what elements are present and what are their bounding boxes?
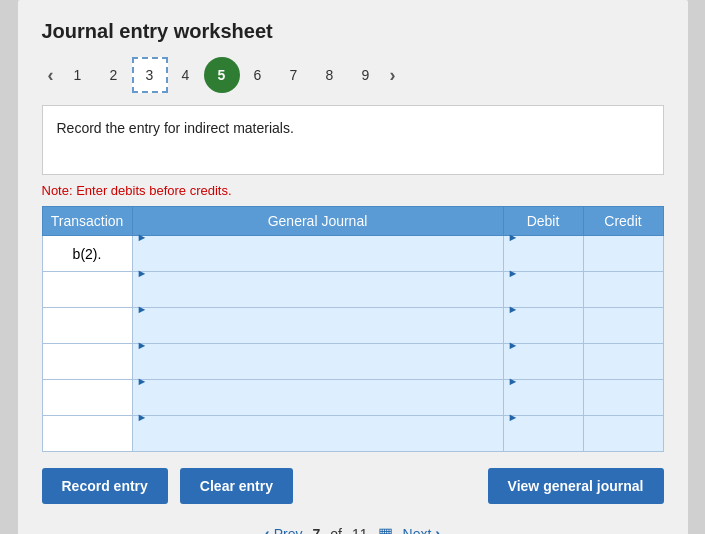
general-journal-input-4[interactable] bbox=[133, 352, 503, 387]
prev-label: Prev bbox=[274, 526, 303, 535]
transaction-cell-2 bbox=[42, 272, 132, 308]
general-journal-input-2[interactable] bbox=[133, 280, 503, 315]
clear-entry-button[interactable]: Clear entry bbox=[180, 468, 293, 504]
tabs-row: ‹ 1 2 3 4 5 6 7 8 9 › bbox=[42, 57, 664, 93]
credit-input-5[interactable] bbox=[584, 380, 663, 415]
general-journal-input-5[interactable] bbox=[133, 388, 503, 423]
tab-2[interactable]: 2 bbox=[96, 57, 132, 93]
tab-4[interactable]: 4 bbox=[168, 57, 204, 93]
debit-arrow-4: ► bbox=[504, 339, 519, 351]
next-button[interactable]: Next › bbox=[403, 525, 441, 535]
instruction-text: Record the entry for indirect materials. bbox=[57, 120, 294, 136]
row-arrow-2: ► bbox=[133, 267, 148, 279]
transaction-cell-5 bbox=[42, 380, 132, 416]
tab-5[interactable]: 5 bbox=[204, 57, 240, 93]
general-journal-input-3[interactable] bbox=[133, 316, 503, 351]
row-arrow-1: ► bbox=[133, 231, 148, 243]
general-journal-input-1[interactable] bbox=[133, 244, 503, 279]
credit-cell-2[interactable] bbox=[583, 272, 663, 308]
col-header-transaction: Transaction bbox=[42, 207, 132, 236]
row-arrow-3: ► bbox=[133, 303, 148, 315]
transaction-cell-3 bbox=[42, 308, 132, 344]
journal-table: Transaction General Journal Debit Credit… bbox=[42, 206, 664, 452]
row-arrow-6: ► bbox=[133, 411, 148, 423]
total-pages: 11 bbox=[352, 526, 368, 535]
tab-6[interactable]: 6 bbox=[240, 57, 276, 93]
tab-1[interactable]: 1 bbox=[60, 57, 96, 93]
buttons-spacer bbox=[305, 468, 476, 504]
grid-icon[interactable]: ▦ bbox=[378, 524, 393, 534]
debit-arrow-3: ► bbox=[504, 303, 519, 315]
credit-cell-5[interactable] bbox=[583, 380, 663, 416]
main-container: Journal entry worksheet ‹ 1 2 3 4 5 6 7 … bbox=[18, 0, 688, 534]
debit-arrow-1: ► bbox=[504, 231, 519, 243]
tab-9[interactable]: 9 bbox=[348, 57, 384, 93]
general-journal-input-6[interactable] bbox=[133, 424, 503, 459]
credit-cell-1[interactable] bbox=[583, 236, 663, 272]
transaction-cell-6 bbox=[42, 416, 132, 452]
transaction-cell-4 bbox=[42, 344, 132, 380]
instruction-box: Record the entry for indirect materials. bbox=[42, 105, 664, 175]
tab-3[interactable]: 3 bbox=[132, 57, 168, 93]
tab-8[interactable]: 8 bbox=[312, 57, 348, 93]
credit-cell-4[interactable] bbox=[583, 344, 663, 380]
credit-input-3[interactable] bbox=[584, 308, 663, 343]
prev-chevron-icon: ‹ bbox=[264, 525, 269, 535]
record-entry-button[interactable]: Record entry bbox=[42, 468, 168, 504]
note-text: Note: Enter debits before credits. bbox=[42, 183, 664, 198]
prev-button[interactable]: ‹ Prev bbox=[264, 525, 302, 535]
next-chevron-icon: › bbox=[435, 525, 440, 535]
debit-arrow-6: ► bbox=[504, 411, 519, 423]
page-separator: of bbox=[330, 526, 342, 535]
debit-arrow-5: ► bbox=[504, 375, 519, 387]
debit-input-6[interactable] bbox=[504, 424, 583, 459]
col-header-credit: Credit bbox=[583, 207, 663, 236]
tab-7[interactable]: 7 bbox=[276, 57, 312, 93]
general-journal-cell-1[interactable]: ► bbox=[132, 236, 503, 272]
page-title: Journal entry worksheet bbox=[42, 20, 664, 43]
credit-input-6[interactable] bbox=[584, 416, 663, 451]
credit-cell-3[interactable] bbox=[583, 308, 663, 344]
next-label: Next bbox=[403, 526, 432, 535]
transaction-cell-1: b(2). bbox=[42, 236, 132, 272]
pagination-row: ‹ Prev 7 of 11 ▦ Next › bbox=[42, 524, 664, 534]
credit-input-2[interactable] bbox=[584, 272, 663, 307]
tabs-prev-arrow[interactable]: ‹ bbox=[42, 63, 60, 88]
buttons-row: Record entry Clear entry View general jo… bbox=[42, 468, 664, 504]
current-page: 7 bbox=[312, 526, 320, 535]
col-header-general: General Journal bbox=[132, 207, 503, 236]
debit-arrow-2: ► bbox=[504, 267, 519, 279]
tabs-next-arrow[interactable]: › bbox=[384, 63, 402, 88]
credit-cell-6[interactable] bbox=[583, 416, 663, 452]
credit-input-1[interactable] bbox=[584, 236, 663, 271]
view-general-journal-button[interactable]: View general journal bbox=[488, 468, 664, 504]
row-arrow-4: ► bbox=[133, 339, 148, 351]
credit-input-4[interactable] bbox=[584, 344, 663, 379]
row-arrow-5: ► bbox=[133, 375, 148, 387]
